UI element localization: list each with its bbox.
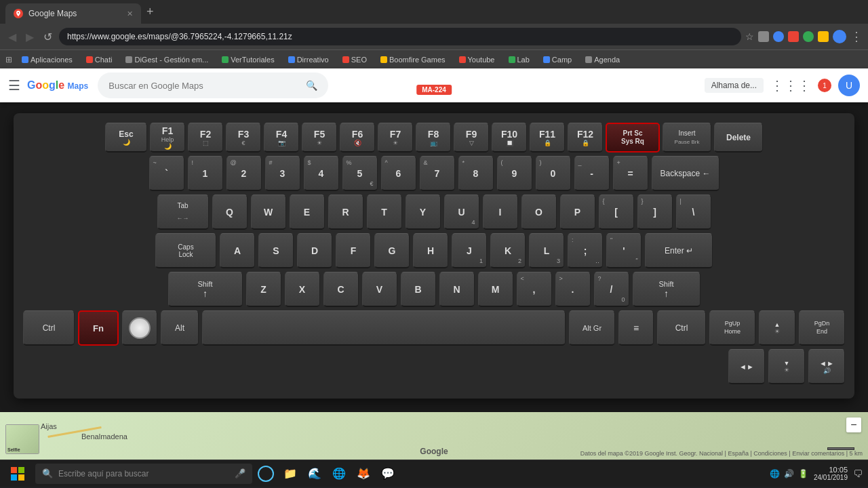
bookmark-chati[interactable]: Chati [82,54,117,65]
key-m[interactable]: M [478,272,513,307]
key-f7[interactable]: F7 ☀ [378,123,413,152]
bookmark-lab[interactable]: Lab [505,54,534,65]
key-o[interactable]: O [521,195,557,230]
key-e[interactable]: E [290,195,325,230]
key-k[interactable]: K 2 [490,233,526,268]
extension-icon-4[interactable] [803,31,814,42]
key-prtsc[interactable]: Prt ScSys Rq [606,123,660,152]
key-j[interactable]: J 1 [452,233,487,268]
back-button[interactable]: ◀ [5,28,19,46]
key-f[interactable]: F [336,233,371,268]
key-9[interactable]: ( 9 [497,156,532,191]
forward-button[interactable]: ▶ [23,28,37,46]
key-minus[interactable]: _ - [574,156,610,191]
network-icon[interactable]: 🌐 [770,469,780,479]
battery-icon[interactable]: 🔋 [798,469,808,479]
key-rbracket[interactable]: } ] [637,195,673,230]
key-brightness-up[interactable]: ▲ ☀ [759,310,795,346]
taskbar-firefox[interactable]: 🦊 [353,463,374,485]
maps-search-box[interactable]: 🔍 [98,73,328,98]
maps-search-input[interactable] [108,81,306,91]
key-f8[interactable]: F8 📺 [416,123,451,152]
key-capslock[interactable]: Caps Lock [155,233,216,268]
key-t[interactable]: T [367,195,402,230]
key-ctrl-left[interactable]: Ctrl [23,310,75,346]
key-brightness-down[interactable]: ▼ ☀ [768,349,805,384]
apps-icon[interactable]: ⊞ [5,55,12,64]
key-r[interactable]: R [328,195,363,230]
key-f4[interactable]: F4 📷 [264,123,299,152]
key-f3[interactable]: F3 € [226,123,261,152]
new-tab-button[interactable]: + [141,5,159,19]
key-period[interactable]: > . [555,272,591,307]
key-equals[interactable]: + = [613,156,648,191]
key-a[interactable]: A [220,233,255,268]
key-f6[interactable]: F6 🔇 [340,123,375,152]
key-quote[interactable]: " ' ʺ [606,233,642,268]
key-h[interactable]: H [413,233,448,268]
key-f11[interactable]: F11 🔒 [530,123,565,152]
key-esc[interactable]: Esc 🌙 [105,123,147,152]
key-pgup[interactable]: PgUpHome [709,310,755,346]
menu-icon[interactable]: ⋮ [850,29,863,44]
taskbar-cortana[interactable] [255,463,277,485]
bookmark-youtube[interactable]: Youtube [455,54,499,65]
active-tab[interactable]: Google Maps ✕ [5,3,141,24]
taskbar-edge[interactable]: 🌊 [304,463,326,485]
trackpad-nub[interactable] [129,317,151,339]
key-f12[interactable]: F12 🔒 [568,123,603,152]
microphone-icon[interactable]: 🎤 [235,468,245,479]
extension-icon-2[interactable] [773,31,784,42]
key-semicolon[interactable]: : ; ‥ [568,233,603,268]
key-spacebar[interactable] [202,310,566,346]
key-prev-next[interactable]: ◄► [728,349,765,384]
key-altgr[interactable]: Alt Gr [569,310,615,346]
taskbar-file-explorer[interactable]: 📁 [279,463,301,485]
start-button[interactable] [5,462,30,486]
volume-icon[interactable]: 🔊 [784,469,794,479]
bookmark-dirreativo[interactable]: Dirreativo [284,54,333,65]
bookmark-boomfire[interactable]: Boomfire Games [376,54,450,65]
address-bar[interactable]: https://www.google.es/maps/@36.7965224,-… [59,28,741,45]
key-w[interactable]: W [251,195,286,230]
key-1[interactable]: ! 1 [188,156,223,191]
star-icon[interactable]: ☆ [745,31,754,42]
key-ctrl-right[interactable]: Ctrl [657,310,706,346]
key-f2[interactable]: F2 ⬚ [188,123,223,152]
key-f1[interactable]: F1 Help 🌙 [150,123,185,152]
key-x[interactable]: X [285,272,320,307]
key-comma[interactable]: < , [517,272,552,307]
key-lbracket[interactable]: { [ [599,195,634,230]
grid-icon[interactable]: ⋮⋮⋮ [770,77,811,94]
key-l[interactable]: L 3 [529,233,564,268]
user-avatar[interactable]: U [838,75,860,96]
key-8[interactable]: * 8 [458,156,494,191]
key-3[interactable]: # 3 [265,156,300,191]
key-vol-updown[interactable]: ◄► 🔊 [808,349,845,384]
bookmark-agenda[interactable]: Agenda [581,54,624,65]
notification-icon[interactable]: 🗨 [853,468,863,479]
bookmark-digest[interactable]: DiGest - Gestión em... [121,54,212,65]
key-f5[interactable]: F5 ☀ [302,123,337,152]
bookmark-seo[interactable]: SEO [338,54,371,65]
hamburger-menu[interactable]: ☰ [8,77,20,94]
key-pgdn[interactable]: PgDnEnd [799,310,845,346]
key-5[interactable]: % 5 € [342,156,378,191]
zoom-out-button[interactable]: − [846,418,861,432]
taskbar-chrome[interactable]: 🌐 [328,463,350,485]
key-menu[interactable]: ≡ [618,310,654,346]
key-shift-left[interactable]: Shift ↑ [168,272,243,307]
key-backspace[interactable]: Backspace ← [652,156,719,191]
key-fn[interactable]: Fn [78,310,119,346]
key-f10[interactable]: F10 🔲 [492,123,527,152]
key-tab[interactable]: Tab ←→ [157,195,209,230]
key-g[interactable]: G [374,233,410,268]
taskbar-app1[interactable]: 💬 [377,463,399,485]
key-y[interactable]: Y [406,195,441,230]
key-c[interactable]: C [323,272,359,307]
key-alt-left[interactable]: Alt [161,310,199,346]
key-delete[interactable]: Delete [714,123,763,152]
profile-icon[interactable] [833,30,846,43]
bookmark-aplicaciones[interactable]: Aplicaciones [18,54,77,65]
key-6[interactable]: ^ 6 [381,156,416,191]
